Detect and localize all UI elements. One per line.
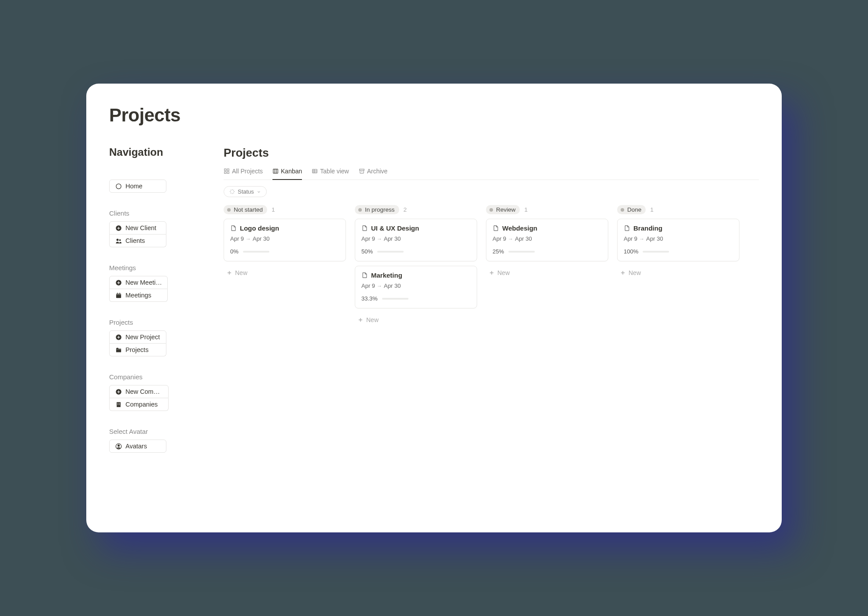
add-new-card[interactable]: New: [617, 266, 739, 280]
plus-icon: [489, 270, 495, 276]
svg-rect-23: [118, 404, 118, 405]
kanban-icon: [272, 168, 279, 174]
chevron-down-icon: [257, 190, 261, 194]
nav-button[interactable]: Meetings: [109, 289, 168, 302]
nav-button-label: Meetings: [125, 292, 151, 299]
card-title: UI & UX Design: [371, 224, 419, 232]
filter-label: Status: [238, 188, 254, 195]
card-date-from: Apr 9: [361, 235, 375, 242]
status-tag[interactable]: In progress: [355, 205, 399, 214]
page-icon: [230, 225, 237, 231]
plus-circle-icon: [115, 388, 122, 395]
add-new-label: New: [629, 269, 641, 276]
kanban-card[interactable]: WebdesignApr 9→Apr 3025%: [486, 219, 608, 261]
card-date-range: Apr 9→Apr 30: [624, 235, 733, 242]
status-label: Review: [496, 206, 515, 213]
view-tab[interactable]: Table view: [312, 164, 349, 180]
card-date-range: Apr 9→Apr 30: [230, 235, 339, 242]
status-label: Done: [627, 206, 641, 213]
svg-line-43: [233, 193, 234, 194]
plus-icon: [357, 317, 364, 323]
column-count: 1: [650, 206, 654, 213]
column-header: Not started1: [224, 205, 346, 214]
card-title: Webdesign: [502, 224, 537, 232]
column-header: Review1: [486, 205, 608, 214]
card-date-to: Apr 30: [384, 235, 401, 242]
card-progress: 33.3%: [361, 295, 471, 302]
status-dot-icon: [621, 208, 624, 212]
nav-button[interactable]: Home: [109, 180, 166, 193]
nav-button[interactable]: New Project: [109, 330, 166, 344]
kanban-card[interactable]: UI & UX DesignApr 9→Apr 3050%: [355, 219, 477, 261]
add-new-card[interactable]: New: [224, 266, 346, 280]
nav-group: MeetingsNew Meeti…Meetings: [109, 264, 197, 302]
nav-group-label: Select Avatar: [109, 428, 197, 435]
column-header: Done1: [617, 205, 739, 214]
status-label: Not started: [234, 206, 263, 213]
main-title: Projects: [224, 146, 759, 160]
add-new-card[interactable]: New: [355, 313, 477, 327]
card-date-range: Apr 9→Apr 30: [361, 235, 471, 242]
status-tag[interactable]: Review: [486, 205, 520, 214]
card-progress: 50%: [361, 248, 471, 255]
card-date-range: Apr 9→Apr 30: [493, 235, 602, 242]
svg-rect-24: [119, 404, 120, 405]
column-count: 1: [524, 206, 528, 213]
tab-label: Table view: [320, 168, 349, 175]
card-date-from: Apr 9: [230, 235, 244, 242]
page-icon: [361, 225, 368, 231]
card-title: Branding: [633, 224, 662, 232]
card-title: Logo design: [240, 224, 279, 232]
status-dot-icon: [358, 208, 362, 212]
building-icon: [115, 401, 122, 408]
nav-group: ProjectsNew ProjectProjects: [109, 319, 197, 356]
kanban-card[interactable]: MarketingApr 9→Apr 3033.3%: [355, 266, 477, 308]
nav-button-label: Avatars: [125, 443, 147, 450]
page-icon: [624, 225, 630, 231]
card-date-to: Apr 30: [384, 282, 401, 289]
filter-status[interactable]: Status: [224, 186, 267, 197]
plus-icon: [226, 270, 232, 276]
tab-label: All Projects: [232, 168, 263, 175]
svg-point-26: [118, 444, 119, 446]
card-date-to: Apr 30: [646, 235, 663, 242]
view-tab[interactable]: Kanban: [272, 164, 302, 180]
status-dot-icon: [489, 208, 493, 212]
svg-point-4: [116, 238, 118, 241]
svg-rect-38: [359, 169, 364, 170]
nav-button-label: New Comp…: [125, 388, 163, 395]
column-count: 1: [272, 206, 275, 213]
page-icon: [493, 225, 499, 231]
nav-button[interactable]: Companies: [109, 398, 169, 411]
add-new-card[interactable]: New: [486, 266, 608, 280]
column-count: 2: [404, 206, 407, 213]
nav-button-label: Companies: [125, 401, 158, 408]
nav-button[interactable]: New Client: [109, 221, 166, 235]
kanban-card[interactable]: BrandingApr 9→Apr 30100%: [617, 219, 739, 261]
user-circle-icon: [115, 443, 122, 450]
main-layout: Navigation HomeClientsNew ClientClientsM…: [109, 146, 759, 469]
svg-rect-16: [116, 349, 121, 349]
kanban-column: Not started1Logo designApr 9→Apr 300%New: [224, 205, 346, 327]
nav-button[interactable]: Projects: [109, 344, 166, 356]
kanban-card[interactable]: Logo designApr 9→Apr 300%: [224, 219, 346, 261]
people-icon: [115, 237, 122, 244]
view-tab[interactable]: All Projects: [224, 164, 263, 180]
status-tag[interactable]: Done: [617, 205, 646, 214]
nav-group-label: Clients: [109, 209, 197, 217]
nav-button[interactable]: Avatars: [109, 440, 166, 453]
progress-bar: [643, 251, 669, 253]
view-tab[interactable]: Archive: [359, 164, 388, 180]
nav-group-label: Projects: [109, 319, 197, 326]
nav-button[interactable]: New Comp…: [109, 385, 169, 398]
tab-label: Archive: [367, 168, 388, 175]
arrow-right-icon: →: [377, 283, 382, 289]
nav-button-label: New Project: [125, 334, 160, 341]
nav-button[interactable]: New Meeti…: [109, 276, 168, 289]
status-tag[interactable]: Not started: [224, 205, 267, 214]
nav-button[interactable]: Clients: [109, 235, 166, 247]
nav-button-label: New Client: [125, 224, 156, 231]
svg-rect-29: [224, 172, 226, 173]
svg-line-47: [233, 190, 234, 191]
svg-rect-27: [224, 169, 226, 171]
